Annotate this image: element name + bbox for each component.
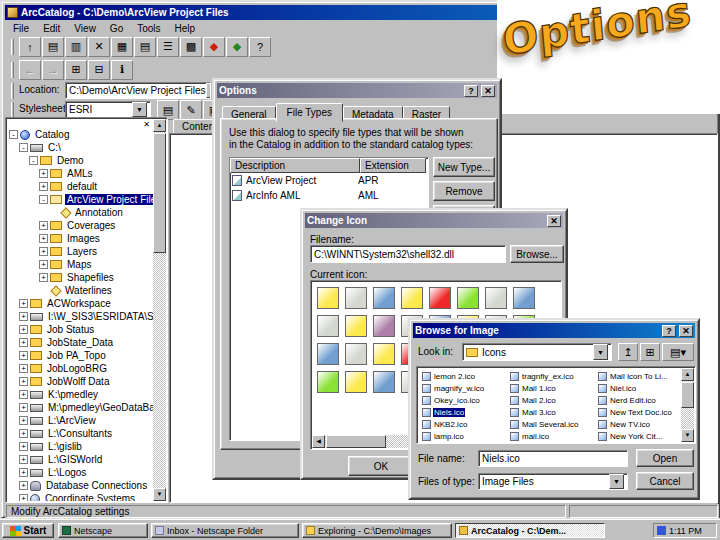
open-button[interactable]: Open (636, 449, 694, 467)
tree-item[interactable]: +JobLogoBRG (7, 362, 153, 375)
file-item[interactable]: Mail 1.ico (508, 382, 596, 394)
edit-metadata-button[interactable]: ✎ (180, 100, 202, 120)
expand-toggle-icon[interactable]: - (39, 195, 48, 204)
shell-icon[interactable] (345, 315, 367, 337)
tree-item[interactable]: +Shapefiles (7, 271, 153, 284)
thumbnails-view-button[interactable]: ▩ (180, 37, 202, 57)
tree-item[interactable]: +M:\pmedley\GeoDataBase (7, 401, 153, 414)
scrollbar-thumb[interactable] (153, 133, 166, 253)
up-one-level-button[interactable]: ↑ (19, 37, 41, 57)
tree-item[interactable]: +K:\pmedley (7, 388, 153, 401)
forward-button[interactable]: → (42, 60, 64, 80)
tree-item[interactable]: -Catalog (7, 128, 153, 141)
expand-toggle-icon[interactable]: + (19, 312, 28, 321)
expand-toggle-icon[interactable]: + (39, 234, 48, 243)
new-folder-icon[interactable]: ⊞ (640, 343, 660, 361)
close-icon[interactable]: ✕ (481, 85, 495, 97)
file-item[interactable]: Okey_ico.ico (420, 394, 508, 406)
location-input[interactable]: C:\Demo\ArcView Project Files ▼ (65, 82, 211, 99)
shell-icon[interactable] (373, 315, 395, 337)
expand-toggle-icon[interactable]: + (19, 416, 28, 425)
file-item[interactable]: tragnfly_ex.ico (508, 370, 596, 382)
tree-item[interactable]: +default (7, 180, 153, 193)
paste-button[interactable]: ▥ (65, 37, 87, 57)
toolbar-grip[interactable] (11, 62, 14, 78)
tree-item[interactable]: -C:\ (7, 141, 153, 154)
taskbar-task[interactable]: Netscape (58, 523, 148, 538)
options-titlebar[interactable]: Options ? ✕ (217, 83, 497, 98)
toolbar-grip[interactable] (11, 39, 14, 55)
tree-item[interactable]: Annotation (7, 206, 153, 219)
scrollbar-thumb[interactable] (326, 435, 386, 448)
tree-item[interactable]: +AMLs (7, 167, 153, 180)
change-icon-titlebar[interactable]: Change Icon ✕ (305, 213, 563, 228)
taskbar-task[interactable]: Inbox - Netscape Folder (151, 523, 299, 538)
taskbar-task[interactable]: Exploring - C:\Demo\Images (302, 523, 452, 538)
menu-tools[interactable]: Tools (130, 22, 167, 35)
expand-toggle-icon[interactable]: + (19, 442, 28, 451)
tree-item[interactable]: +JobState_Data (7, 336, 153, 349)
expand-toggle-icon[interactable]: + (19, 390, 28, 399)
expand-toggle-icon[interactable]: - (19, 143, 28, 152)
expand-toggle-icon[interactable]: - (9, 130, 18, 139)
chevron-down-icon[interactable]: ▼ (206, 83, 211, 98)
file-item[interactable]: Mail Icon To Li... (596, 370, 682, 382)
filename-input[interactable]: C:\WINNT\System32\shell32.dll (310, 245, 506, 263)
files-of-type-select[interactable]: Image Files ▼ (478, 473, 628, 490)
chevron-down-icon[interactable]: ▼ (593, 344, 608, 360)
shell-icon[interactable] (513, 287, 535, 309)
close-icon[interactable]: ✕ (679, 325, 693, 337)
expand-toggle-icon[interactable]: + (19, 403, 28, 412)
tree-item[interactable]: +Database Connections (7, 479, 153, 492)
up-one-level-icon[interactable]: ↥ (618, 343, 638, 361)
expand-toggle-icon[interactable]: + (19, 325, 28, 334)
expand-toggle-icon[interactable]: + (19, 468, 28, 477)
expand-toggle-icon[interactable]: + (39, 182, 48, 191)
expand-toggle-icon[interactable]: + (19, 481, 28, 490)
tree-item[interactable]: +L:\GISWorld (7, 453, 153, 466)
tree-item[interactable]: +Layers (7, 245, 153, 258)
toolbar-grip[interactable] (11, 83, 14, 99)
menu-help[interactable]: Help (168, 22, 203, 35)
shell-icon[interactable] (401, 287, 423, 309)
column-description[interactable]: Description (230, 158, 360, 173)
shell-icon[interactable] (373, 287, 395, 309)
expand-toggle-icon[interactable]: + (19, 377, 28, 386)
tree-scrollbar[interactable]: ▲ ▼ (153, 119, 166, 501)
browse-button[interactable]: Browse... (510, 245, 564, 263)
connect-to-folder-button[interactable]: ⊞ (65, 60, 87, 80)
expand-toggle-icon[interactable]: + (39, 247, 48, 256)
scrollbar-thumb[interactable] (681, 382, 694, 408)
tree-item[interactable]: +Maps (7, 258, 153, 271)
shell-icon[interactable] (345, 343, 367, 365)
tree-item[interactable]: +L:\gislib (7, 440, 153, 453)
scroll-up-icon[interactable]: ▲ (681, 368, 694, 381)
look-in-select[interactable]: Icons ▼ (462, 343, 612, 361)
expand-toggle-icon[interactable]: + (39, 221, 48, 230)
launch-arctoolbox-button[interactable]: ◆ (226, 37, 248, 57)
file-item[interactable]: magnify_w.ico (420, 382, 508, 394)
shell-icon[interactable] (345, 287, 367, 309)
expand-toggle-icon[interactable]: + (39, 273, 48, 282)
shell-icon[interactable] (373, 343, 395, 365)
start-button[interactable]: Start (2, 523, 54, 538)
tree-item[interactable]: +L:\Logos (7, 466, 153, 479)
large-icons-view-button[interactable]: ▦ (111, 37, 133, 57)
tree-item[interactable]: +L:\ArcView (7, 414, 153, 427)
tab-file-types[interactable]: File Types (276, 103, 343, 122)
launch-arcmap-button[interactable]: ◆ (203, 37, 225, 57)
stylesheet-select[interactable]: ESRI ▼ (65, 101, 151, 118)
taskbar-task[interactable]: ArcCatalog - C:\Dem... (455, 523, 605, 538)
tree-item[interactable]: +JobWolff Data (7, 375, 153, 388)
disconnect-folder-button[interactable]: ⊟ (88, 60, 110, 80)
expand-toggle-icon[interactable]: + (19, 364, 28, 373)
remove-button[interactable]: Remove (433, 181, 495, 201)
expand-toggle-icon[interactable]: + (39, 260, 48, 269)
file-item[interactable]: lemon 2.ico (420, 370, 508, 382)
view-menu-icon[interactable]: ▤▾ (662, 343, 694, 361)
file-type-row[interactable]: ArcView ProjectAPR (230, 173, 428, 188)
tree-item[interactable]: +I:\W_SIS3\ESRIDATA\StreetMap D (7, 310, 153, 323)
tree-item[interactable]: +Images (7, 232, 153, 245)
details-view-button[interactable]: ☰ (157, 37, 179, 57)
help-icon[interactable]: ? (464, 85, 478, 97)
